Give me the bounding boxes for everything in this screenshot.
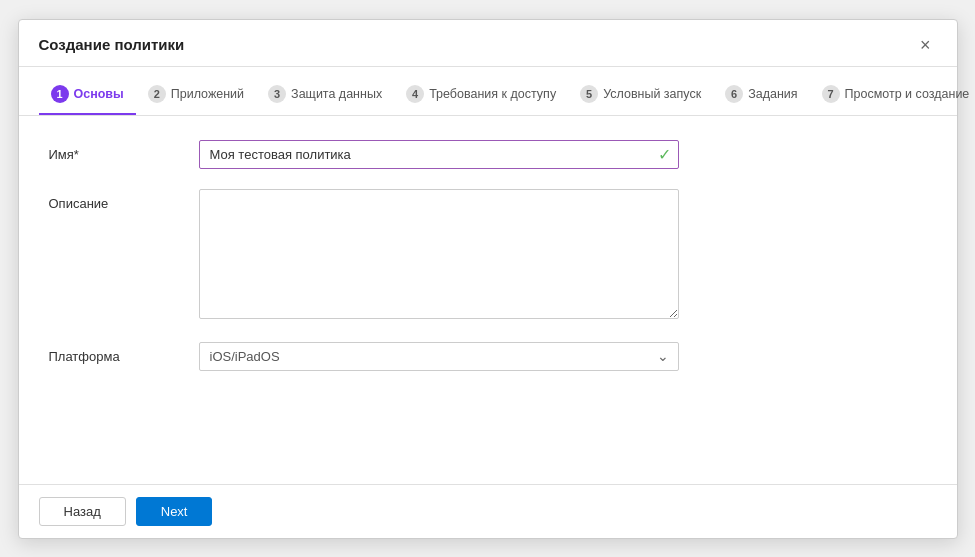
platform-field: iOS/iPadOS Android Windows ⌄	[199, 342, 679, 371]
step-2-apps[interactable]: 2 Приложений	[136, 77, 256, 115]
close-button[interactable]: ×	[914, 34, 937, 56]
platform-select-wrapper: iOS/iPadOS Android Windows ⌄	[199, 342, 679, 371]
step-6-number: 6	[725, 85, 743, 103]
step-3-data-protection[interactable]: 3 Защита данных	[256, 77, 394, 115]
description-field	[199, 189, 679, 322]
name-row: Имя* ✓	[49, 140, 927, 169]
platform-label: Платформа	[49, 342, 199, 364]
dialog-title: Создание политики	[39, 36, 185, 53]
step-7-label: Просмотр и создание	[845, 87, 970, 101]
dialog-header: Создание политики ×	[19, 20, 957, 67]
back-button[interactable]: Назад	[39, 497, 126, 526]
step-1-basics[interactable]: 1 Основы	[39, 77, 136, 115]
step-6-assignments[interactable]: 6 Задания	[713, 77, 809, 115]
step-4-number: 4	[406, 85, 424, 103]
create-policy-dialog: Создание политики × 1 Основы 2 Приложени…	[18, 19, 958, 539]
dialog-footer: Назад Next	[19, 484, 957, 538]
step-1-label: Основы	[74, 87, 124, 101]
step-3-label: Защита данных	[291, 87, 382, 101]
step-2-label: Приложений	[171, 87, 244, 101]
step-7-review-create[interactable]: 7 Просмотр и создание	[810, 77, 975, 115]
description-row: Описание	[49, 189, 927, 322]
step-3-number: 3	[268, 85, 286, 103]
name-input[interactable]	[199, 140, 679, 169]
description-textarea[interactable]	[199, 189, 679, 319]
step-5-number: 5	[580, 85, 598, 103]
description-label: Описание	[49, 189, 199, 211]
step-4-label: Требования к доступу	[429, 87, 556, 101]
name-field: ✓	[199, 140, 679, 169]
platform-select[interactable]: iOS/iPadOS Android Windows	[199, 342, 679, 371]
step-5-conditional-launch[interactable]: 5 Условный запуск	[568, 77, 713, 115]
step-6-label: Задания	[748, 87, 797, 101]
step-5-label: Условный запуск	[603, 87, 701, 101]
next-button[interactable]: Next	[136, 497, 213, 526]
name-input-wrapper: ✓	[199, 140, 679, 169]
step-4-access-requirements[interactable]: 4 Требования к доступу	[394, 77, 568, 115]
step-1-number: 1	[51, 85, 69, 103]
steps-bar: 1 Основы 2 Приложений 3 Защита данных 4 …	[19, 67, 957, 116]
step-7-number: 7	[822, 85, 840, 103]
name-label: Имя*	[49, 140, 199, 162]
platform-row: Платформа iOS/iPadOS Android Windows ⌄	[49, 342, 927, 371]
step-2-number: 2	[148, 85, 166, 103]
name-check-icon: ✓	[658, 145, 671, 164]
dialog-content: Имя* ✓ Описание Платформа iOS/iPadOS	[19, 116, 957, 484]
